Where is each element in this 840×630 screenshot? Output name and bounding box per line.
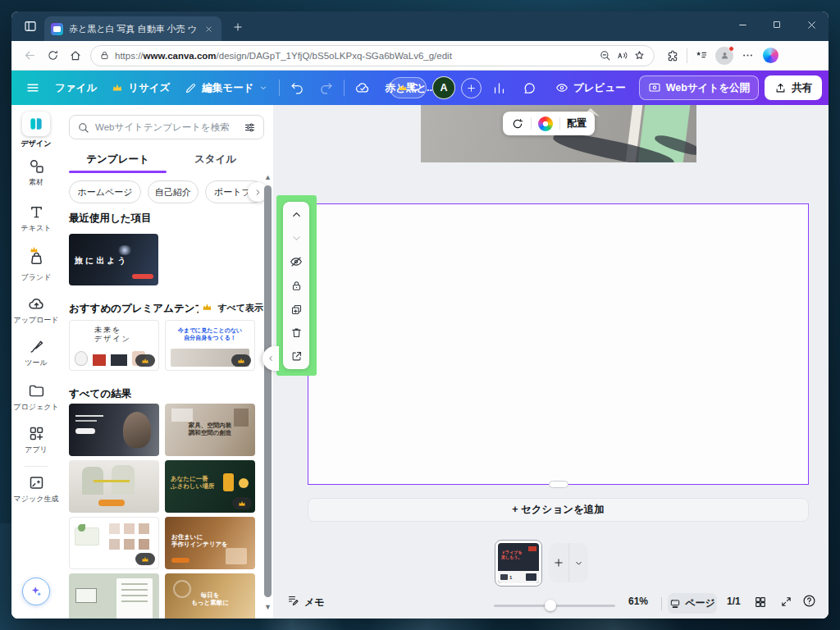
redo-button[interactable] — [312, 75, 340, 100]
publish-website-button[interactable]: Webサイトを公開 — [639, 75, 759, 100]
panel-scroll-down-icon[interactable]: ▼ — [264, 604, 272, 611]
preview-button[interactable]: プレビュー — [548, 75, 633, 100]
sidebar-item-uploads[interactable]: アップロード — [11, 295, 61, 326]
result-template-thumb[interactable]: 家具、空間内装 調和空間の創造 — [165, 404, 255, 456]
extensions-icon[interactable] — [661, 44, 684, 67]
undo-button[interactable] — [283, 75, 312, 100]
section-drag-handle[interactable] — [549, 481, 568, 488]
premium-template-thumb[interactable]: 未来を デザイン — [69, 320, 159, 371]
save-status-button[interactable] — [348, 75, 377, 100]
ai-assistant-button[interactable] — [22, 578, 50, 605]
home-icon[interactable] — [64, 44, 87, 67]
fullscreen-button[interactable] — [780, 596, 792, 608]
sidebar-item-magic[interactable]: マジック生成 — [11, 474, 61, 504]
share-button[interactable]: 共有 — [765, 75, 822, 100]
notes-label[interactable]: メモ — [304, 596, 325, 609]
page-thumb-text: ドライブを 楽しもう。 — [501, 550, 523, 559]
new-tab-button[interactable] — [230, 19, 246, 35]
sidebar-item-label: プロジェクト — [13, 402, 58, 413]
chevron-left-icon — [267, 354, 275, 363]
sidebar-item-elements[interactable]: 素材 — [11, 158, 61, 188]
monitor-icon — [648, 81, 661, 94]
url-bar[interactable]: https://www.canva.com/design/DAGpT_1YfjQ… — [90, 45, 655, 66]
result-template-thumb[interactable] — [69, 573, 159, 619]
canva-pro-badge[interactable]: C — [390, 77, 427, 98]
thumb-swatch — [139, 523, 149, 534]
read-aloud-icon[interactable] — [616, 49, 628, 62]
back-icon[interactable] — [18, 44, 41, 67]
more-icon[interactable] — [736, 44, 759, 67]
refresh-icon[interactable] — [41, 44, 64, 67]
hide-eye-icon[interactable] — [290, 255, 303, 268]
duplicate-icon[interactable] — [290, 304, 303, 316]
user-avatar[interactable]: A — [432, 76, 455, 99]
move-up-icon[interactable] — [290, 208, 303, 221]
selected-section[interactable] — [308, 203, 809, 485]
tab-close-icon[interactable] — [202, 22, 215, 35]
thumb-red-block — [528, 546, 536, 551]
page-list-button[interactable] — [568, 543, 589, 582]
menu-button[interactable] — [18, 75, 48, 100]
delete-icon[interactable] — [290, 326, 303, 339]
move-out-icon[interactable] — [290, 350, 303, 363]
browser-tab[interactable]: 赤と黒と白 写真 自動車 小売 ウェブ — [44, 16, 221, 41]
file-menu[interactable]: ファイル — [48, 75, 104, 100]
result-template-thumb[interactable] — [69, 517, 159, 569]
help-button[interactable] — [802, 594, 816, 608]
arrange-button[interactable]: 配置 — [567, 116, 587, 130]
grid-view-button[interactable] — [754, 596, 767, 609]
window-maximize-button[interactable] — [760, 11, 794, 38]
template-search[interactable] — [69, 115, 264, 139]
result-template-thumb[interactable]: お住まいに 手作りインテリアを — [165, 517, 255, 569]
window-close-button[interactable] — [794, 11, 829, 38]
window-minimize-button[interactable] — [725, 11, 760, 38]
chip-homepage[interactable]: ホームページ — [69, 180, 141, 203]
page-view-button[interactable]: ページ — [668, 593, 717, 614]
regenerate-icon[interactable] — [511, 117, 524, 130]
add-page-button[interactable] — [549, 543, 568, 582]
sidebar-item-design[interactable]: デザイン — [11, 112, 61, 149]
sidebar-item-apps[interactable]: アプリ — [11, 425, 61, 455]
show-all-link[interactable]: すべて表示 — [217, 302, 263, 314]
recent-template-thumb[interactable]: 旅に出よう — [69, 234, 158, 285]
zoom-slider-thumb[interactable] — [545, 600, 556, 611]
result-template-thumb[interactable] — [69, 460, 159, 513]
resize-button[interactable]: リサイズ — [104, 75, 177, 100]
result-template-thumb[interactable] — [69, 404, 159, 456]
panel-scroll-up-icon[interactable]: ▲ — [264, 174, 272, 181]
filter-icon[interactable] — [244, 121, 256, 134]
sidebar-item-tools[interactable]: ツール — [11, 338, 61, 368]
chip-intro[interactable]: 自己紹介 — [148, 180, 199, 203]
color-wheel-icon[interactable] — [538, 116, 553, 131]
favorites-bar-icon[interactable] — [690, 44, 713, 67]
premium-template-thumb[interactable]: 今までに見たことのない 自分自身をつくる！ — [165, 320, 255, 371]
sidebar-item-label: ブランド — [21, 272, 52, 283]
insights-button[interactable] — [487, 75, 512, 100]
active-tab-underline — [69, 171, 167, 173]
panel-scrollbar[interactable] — [264, 185, 272, 597]
add-member-button[interactable] — [461, 78, 482, 98]
profile-avatar[interactable] — [713, 44, 736, 67]
result-template-thumb[interactable]: あなたに一番 ふさわしい場所 — [165, 460, 255, 513]
copilot-icon[interactable] — [759, 44, 782, 67]
tab-templates[interactable]: テンプレート — [69, 148, 167, 171]
magic-media-icon — [28, 474, 45, 491]
result-template-thumb[interactable]: 毎日を もっと素敵に — [165, 573, 255, 619]
sidebar-item-text[interactable]: テキスト — [11, 203, 61, 234]
move-down-icon[interactable] — [290, 232, 303, 244]
page-thumbnail[interactable]: ドライブを 楽しもう。 1 — [495, 540, 542, 587]
edit-mode-button[interactable]: 編集モード — [177, 75, 276, 100]
zoom-page-icon[interactable] — [599, 49, 611, 62]
lock-icon[interactable] — [290, 280, 303, 292]
tab-actions-icon[interactable] — [21, 18, 39, 34]
add-section-button[interactable]: + セクションを追加 — [308, 498, 809, 522]
search-input[interactable] — [95, 122, 238, 132]
sidebar-item-projects[interactable]: プロジェクト — [11, 382, 61, 413]
notes-button[interactable] — [287, 594, 299, 606]
sidebar-item-brand[interactable]: ブランド — [11, 249, 61, 283]
thumb-text-line — [75, 420, 97, 422]
favorite-star-icon[interactable] — [633, 49, 646, 62]
comments-button[interactable] — [518, 75, 542, 100]
tab-styles[interactable]: スタイル — [167, 148, 264, 171]
text-icon — [28, 203, 45, 221]
